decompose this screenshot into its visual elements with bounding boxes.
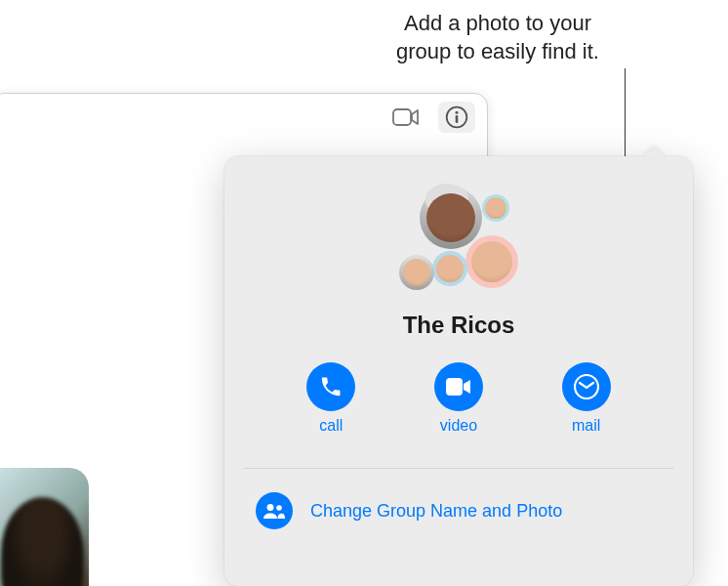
video-label: video — [440, 417, 477, 435]
call-label: call — [319, 417, 343, 435]
svg-rect-4 — [446, 378, 463, 396]
phone-icon — [319, 375, 343, 398]
action-row: call video mail — [267, 362, 650, 435]
facetime-video-button[interactable] — [387, 102, 425, 133]
divider — [244, 468, 673, 469]
svg-point-6 — [267, 504, 274, 511]
mail-action[interactable]: mail — [562, 362, 611, 435]
group-name: The Ricos — [248, 312, 669, 339]
video-action-circle — [434, 362, 483, 411]
annotation-line-1: Add a photo to your — [404, 11, 591, 35]
member-avatar-2 — [465, 235, 518, 288]
people-icon — [263, 503, 285, 519]
change-group-row[interactable]: Change Group Name and Photo — [248, 486, 669, 535]
change-group-icon-wrap — [256, 492, 293, 529]
member-avatar-5 — [482, 194, 509, 222]
svg-point-7 — [276, 505, 282, 511]
mail-icon — [574, 374, 599, 399]
image-silhouette — [1, 497, 84, 586]
video-icon — [446, 378, 471, 396]
video-camera-icon — [392, 107, 420, 127]
member-avatar-3 — [432, 251, 467, 286]
member-avatar-4 — [399, 255, 434, 290]
mail-action-circle — [562, 362, 611, 411]
group-avatar-cluster[interactable] — [385, 185, 532, 302]
details-popover: The Ricos call video — [224, 156, 693, 586]
popover-arrow — [642, 146, 666, 158]
info-circle-icon — [445, 105, 468, 129]
annotation-callout: Add a photo to your group to easily find… — [351, 10, 644, 65]
svg-point-2 — [456, 111, 459, 114]
change-group-label: Change Group Name and Photo — [310, 501, 562, 522]
mail-label: mail — [572, 417, 600, 435]
video-action[interactable]: video — [434, 362, 483, 435]
svg-rect-3 — [456, 115, 459, 123]
details-info-button[interactable] — [438, 102, 475, 133]
conversation-shared-image[interactable] — [0, 468, 89, 586]
call-action-circle — [306, 362, 355, 411]
svg-rect-0 — [393, 109, 411, 125]
annotation-line-2: group to easily find it. — [396, 39, 599, 63]
member-avatar-1 — [420, 187, 482, 249]
conversation-toolbar — [387, 102, 475, 133]
call-action[interactable]: call — [306, 362, 355, 435]
